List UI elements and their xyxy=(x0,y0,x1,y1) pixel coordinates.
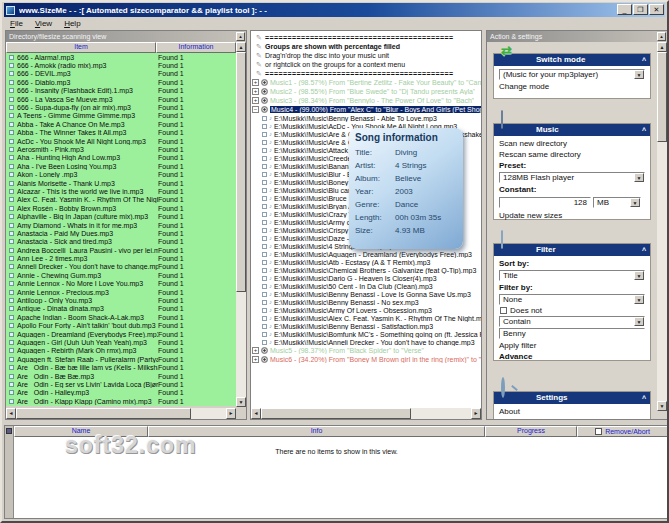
list-item[interactable]: Abba - Take A Chance On Me.mp3Found 1 xyxy=(6,120,236,128)
list-item[interactable]: Anneli Drecker - You don't have to chang… xyxy=(6,263,236,271)
expand-box-icon[interactable]: + xyxy=(252,97,259,104)
list-item[interactable]: Are _Odin - Halley.mp3Found 1 xyxy=(6,389,236,397)
list-item[interactable]: Aerosmith - Pink.mp3Found 1 xyxy=(6,145,236,153)
scroll-down-icon[interactable]: ▼ xyxy=(236,397,246,407)
unit-dropdown[interactable]: MB ▼ xyxy=(593,197,641,208)
list-item[interactable]: Abba - The Winner Takes It All.mp3Found … xyxy=(6,129,236,137)
dropdown-arrow-icon[interactable]: ▼ xyxy=(630,198,640,207)
advance-link[interactable]: Advance xyxy=(494,351,650,362)
rescan-directory-link[interactable]: Rescan same directory xyxy=(494,149,650,160)
list-item[interactable]: Alphaville - Big In Japan (culture mix).… xyxy=(6,212,236,220)
file-checkbox[interactable] xyxy=(262,340,267,345)
group-file-item[interactable]: ♪E:\Musikk\!Music\Benny Benassi - Able T… xyxy=(262,114,481,122)
group-file-item[interactable]: ♪E:\Musikk\!Music\Dario G - Heaven Is Cl… xyxy=(262,274,481,282)
list-item[interactable]: Are _Odin - Eg ser vs Livin' Lavida Loca… xyxy=(6,380,236,388)
file-checkbox[interactable] xyxy=(262,284,267,289)
group-item[interactable]: +Music5 - (98.37%) From "Black Spider" t… xyxy=(251,346,481,355)
group-file-item[interactable]: ♪E:\Musikk\!Music\Atb - Ecstasy (A & T R… xyxy=(262,258,481,266)
constant-input[interactable]: 128 xyxy=(499,197,591,208)
right-vscroll-thumb[interactable] xyxy=(657,52,667,142)
list-item[interactable]: 666 - Amokk (radio mix).mp3Found 1 xyxy=(6,61,236,69)
list-item[interactable]: Amy Diamond - Whats in it for me.mp3Foun… xyxy=(6,221,236,229)
file-checkbox[interactable] xyxy=(262,124,267,129)
file-checkbox[interactable] xyxy=(262,228,267,233)
list-item[interactable]: Alanis Morisette - Thank U.mp3Found 1 xyxy=(6,179,236,187)
list-item[interactable]: 666 - Insanity (Flashback Edit).1.mp3Fou… xyxy=(6,87,236,95)
dropdown-arrow-icon[interactable]: ▼ xyxy=(634,173,644,182)
list-item[interactable]: Annie Lennox - No More I Love You.mp3Fou… xyxy=(6,280,236,288)
list-item[interactable]: Annie Lennox - Precious.mp3Found 1 xyxy=(6,288,236,296)
file-checkbox[interactable] xyxy=(262,188,267,193)
group-file-item[interactable]: ♪E:\Musikk\!Music\Army Of Lovers - Obses… xyxy=(262,306,481,314)
file-checkbox[interactable] xyxy=(262,244,267,249)
column-header-remove-abort[interactable]: Remove/Abort xyxy=(577,426,668,437)
collapse-arrow-icon[interactable]: ▴ xyxy=(657,32,666,41)
file-checkbox[interactable] xyxy=(262,292,267,297)
list-item[interactable]: Akon - Lonely .mp3Found 1 xyxy=(6,170,236,178)
list-item[interactable]: 666 - La Vasca Se Mueve.mp3Found 1 xyxy=(6,95,236,103)
list-item[interactable]: Aquagen ft. Stefan Raab - Pulleralarm (P… xyxy=(6,355,236,363)
file-checkbox[interactable] xyxy=(262,172,267,177)
scroll-left-icon[interactable]: ◄ xyxy=(6,408,16,419)
file-checkbox[interactable] xyxy=(262,148,267,153)
list-item[interactable]: Apollo Four Forty - Ain't talkin' 'bout … xyxy=(6,322,236,330)
apply-filter-link[interactable]: Apply filter xyxy=(494,340,650,351)
list-item[interactable]: 666 - Supa-dupa-fly (on air mix).mp3Foun… xyxy=(6,103,236,111)
file-checkbox[interactable] xyxy=(262,332,267,337)
filter-by-dropdown[interactable]: None ▼ xyxy=(499,294,645,305)
close-button[interactable]: ✕ xyxy=(649,4,664,15)
file-checkbox[interactable] xyxy=(262,308,267,313)
group-item[interactable]: −Music4 - (99.00%) From "Alex C" to "Blu… xyxy=(251,105,481,114)
mode-dropdown[interactable]: (Music for your mp3player) ▼ xyxy=(499,69,645,80)
list-item[interactable]: Ann Lee - 2 times.mp3Found 1 xyxy=(6,254,236,262)
list-item[interactable]: Anastacia - Sick and tired.mp3Found 1 xyxy=(6,238,236,246)
dropdown-arrow-icon[interactable]: ▼ xyxy=(634,70,644,79)
about-link[interactable]: About xyxy=(494,406,650,417)
list-item[interactable]: AcDc - You Shook Me All Night Long.mp3Fo… xyxy=(6,137,236,145)
list-item[interactable]: 666 - Diablo.mp3Found 1 xyxy=(6,78,236,86)
file-checkbox[interactable] xyxy=(262,212,267,217)
collapse-arrow-icon[interactable]: ▴ xyxy=(236,32,245,41)
collapse-box-icon[interactable]: − xyxy=(252,106,259,113)
dropdown-arrow-icon[interactable]: ▼ xyxy=(634,271,644,280)
filter-text-input[interactable]: Benny xyxy=(499,328,645,339)
list-item[interactable]: Are _Odin - Klapp Klapp (Camino mix).mp3… xyxy=(6,397,236,405)
file-checkbox[interactable] xyxy=(262,116,267,121)
update-new-sizes-link[interactable]: Update new sizes xyxy=(494,210,650,221)
file-checkbox[interactable] xyxy=(262,276,267,281)
scroll-right-icon[interactable]: ► xyxy=(471,408,481,419)
does-not-checkbox[interactable] xyxy=(500,307,507,314)
file-checkbox[interactable] xyxy=(262,164,267,169)
group-file-item[interactable]: ♪E:\Musikk\!Music\Anneli Drecker - You d… xyxy=(262,338,481,346)
preset-dropdown[interactable]: 128MB Flash player ▼ xyxy=(499,172,645,183)
list-item[interactable]: Alcazar - This is the world we live in.m… xyxy=(6,187,236,195)
list-item[interactable]: 666 - Alarma!.mp3Found 1 xyxy=(6,53,236,61)
list-item[interactable]: Are _Odin - Bæ Bæ.mp3Found 1 xyxy=(6,372,236,380)
collapse-chevron-icon[interactable]: ^ xyxy=(642,245,646,257)
menu-item-view[interactable]: View xyxy=(29,19,58,28)
column-header-information[interactable]: Information xyxy=(156,42,236,53)
file-checkbox[interactable] xyxy=(262,236,267,241)
group-file-item[interactable]: ♪E:\Musikk\!Music\Chemical Brothers - Ga… xyxy=(262,266,481,274)
expand-box-icon[interactable]: + xyxy=(252,347,259,354)
file-checkbox[interactable] xyxy=(262,156,267,161)
file-checkbox[interactable] xyxy=(262,300,267,305)
expand-box-icon[interactable]: + xyxy=(252,88,259,95)
group-item[interactable]: +Music3 - (98.34%) From "Bennylo - The P… xyxy=(251,96,481,105)
left-vscroll-thumb[interactable] xyxy=(236,52,246,292)
group-file-item[interactable]: ♪E:\Musikk\!Music\Aquagen - Dreamland (E… xyxy=(262,250,481,258)
scroll-down-icon[interactable]: ▼ xyxy=(657,401,667,411)
file-checkbox[interactable] xyxy=(262,260,267,265)
scroll-left-icon[interactable]: ◄ xyxy=(251,408,261,419)
scroll-up-icon[interactable]: ▲ xyxy=(657,42,667,52)
list-item[interactable]: Annie - Chewing Gum.mp3Found 1 xyxy=(6,271,236,279)
expand-box-icon[interactable]: + xyxy=(252,356,259,363)
title-bar[interactable]: www.SizeMe - - :[ Automated sizecomparat… xyxy=(4,3,665,17)
list-item[interactable]: A Teens - Gimme Gimme Gimme.mp3Found 1 xyxy=(6,112,236,120)
collapse-chevron-icon[interactable]: ^ xyxy=(642,393,646,405)
scan-new-directory-link[interactable]: Scan new directory xyxy=(494,138,650,149)
list-item[interactable]: 666 - DEVIL.mp3Found 1 xyxy=(6,70,236,78)
list-item[interactable]: Are _Odin - Bæ bæ lille lam vs (Kelis - … xyxy=(6,363,236,371)
file-checkbox[interactable] xyxy=(262,252,267,257)
sort-by-dropdown[interactable]: Title ▼ xyxy=(499,270,645,281)
